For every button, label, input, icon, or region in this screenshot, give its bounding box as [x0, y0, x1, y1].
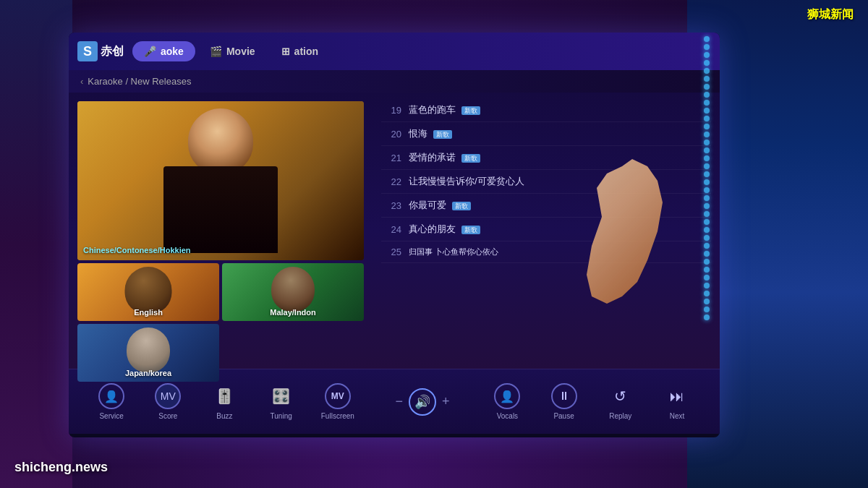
- service-control[interactable]: 👤 Service: [83, 383, 140, 420]
- featured-chinese[interactable]: Chinese/Contonese/Hokkien: [77, 101, 364, 260]
- english-label: English: [134, 308, 163, 317]
- category-japan[interactable]: Japan/korea: [77, 324, 219, 382]
- pause-label: Pause: [553, 412, 574, 420]
- pause-icon: ⏸: [551, 383, 577, 409]
- tab-ation[interactable]: ⊞ ation: [270, 41, 330, 61]
- vocals-icon: 👤: [494, 383, 520, 409]
- ation-icon: ⊞: [281, 46, 290, 57]
- led-strip: [704, 36, 712, 427]
- vocals-control[interactable]: 👤 Vocals: [479, 383, 535, 420]
- category-malay[interactable]: Malay/Indon: [222, 263, 364, 321]
- featured-label: Chinese/Contonese/Hokkien: [83, 246, 191, 254]
- breadcrumb-path: Karaoke / New Releases: [88, 76, 191, 87]
- left-panel: Chinese/Contonese/Hokkien English Malay/…: [69, 93, 373, 369]
- score-control[interactable]: MV Score: [140, 383, 196, 420]
- english-figure: [125, 267, 172, 314]
- buzz-icon: 🎚️: [211, 383, 237, 409]
- tab-movie-label: Movie: [226, 46, 255, 57]
- fullscreen-icon: MV: [325, 383, 351, 409]
- tab-movie[interactable]: 🎬 Movie: [198, 41, 267, 61]
- tuning-icon: 🎛️: [268, 383, 294, 409]
- watermark-top: 狮城新闻: [807, 7, 854, 22]
- tuning-label: Tuning: [271, 412, 292, 420]
- song-badge: 新歌: [461, 106, 480, 115]
- tab-karaoke-label: aoke: [161, 46, 184, 57]
- buzz-label: Buzz: [216, 412, 232, 420]
- song-number: 25: [386, 247, 401, 257]
- song-badge: 新歌: [452, 202, 471, 210]
- hand-shape: [571, 159, 673, 304]
- song-title: 恨海 新歌: [409, 127, 707, 140]
- breadcrumb: ‹ Karaoke / New Releases: [69, 70, 720, 93]
- song-title: 蓝色的跑车 新歌: [409, 103, 707, 116]
- service-label: Service: [99, 412, 123, 420]
- song-badge: 新歌: [433, 130, 452, 139]
- fullscreen-label: Fullscreen: [321, 412, 354, 420]
- category-english[interactable]: English: [77, 263, 219, 321]
- tuning-control[interactable]: 🎛️ Tuning: [253, 383, 310, 420]
- watermark-bottom: shicheng.news: [14, 460, 108, 475]
- song-badge: 新歌: [461, 154, 480, 163]
- movie-icon: 🎬: [210, 46, 222, 57]
- vocals-label: Vocals: [497, 412, 518, 420]
- song-number: 22: [386, 176, 401, 187]
- song-item-19[interactable]: 19 蓝色的跑车 新歌: [381, 98, 711, 122]
- volume-controls: − 🔊 +: [366, 388, 479, 416]
- category-grid: English Malay/Indon Japan/korea: [77, 263, 364, 382]
- song-number: 20: [386, 129, 401, 140]
- song-number: 23: [386, 200, 401, 211]
- song-item-20[interactable]: 20 恨海 新歌: [381, 122, 711, 146]
- replay-icon: ↺: [608, 383, 634, 409]
- next-control[interactable]: ⏭ Next: [649, 383, 705, 420]
- vol-active-icon[interactable]: 🔊: [409, 388, 436, 416]
- featured-face: [188, 108, 253, 174]
- japan-figure: [127, 328, 170, 372]
- logo-s: S: [77, 41, 98, 61]
- pause-control[interactable]: ⏸ Pause: [535, 383, 592, 420]
- next-icon: ⏭: [664, 383, 690, 409]
- replay-label: Replay: [609, 412, 631, 420]
- tab-karaoke[interactable]: 🎤 aoke: [132, 41, 195, 61]
- service-icon: 👤: [98, 383, 124, 409]
- karaoke-icon: 🎤: [144, 46, 156, 57]
- hand-overlay: [571, 159, 673, 304]
- song-badge: 新歌: [461, 226, 480, 234]
- logo-text: 赤创: [101, 44, 124, 59]
- song-number: 21: [386, 153, 401, 163]
- japan-label: Japan/korea: [125, 369, 171, 377]
- malay-label: Malay/Indon: [270, 308, 316, 317]
- buzz-control[interactable]: 🎚️ Buzz: [196, 383, 252, 420]
- fullscreen-control[interactable]: MV Fullscreen: [310, 383, 366, 420]
- featured-body: [163, 166, 278, 253]
- score-icon: MV: [155, 383, 181, 409]
- replay-control[interactable]: ↺ Replay: [592, 383, 649, 420]
- score-label: Score: [158, 412, 177, 420]
- nav-bar: S 赤创 🎤 aoke 🎬 Movie ⊞ ation: [69, 33, 720, 70]
- vol-minus-button[interactable]: −: [396, 394, 404, 409]
- vol-plus-button[interactable]: +: [442, 394, 450, 409]
- back-arrow[interactable]: ‹: [80, 76, 83, 87]
- song-number: 19: [386, 105, 401, 116]
- song-number: 24: [386, 224, 401, 235]
- next-label: Next: [670, 412, 685, 420]
- tab-ation-label: ation: [294, 46, 318, 57]
- malay-figure: [271, 267, 315, 312]
- logo-container: S 赤创: [77, 41, 124, 61]
